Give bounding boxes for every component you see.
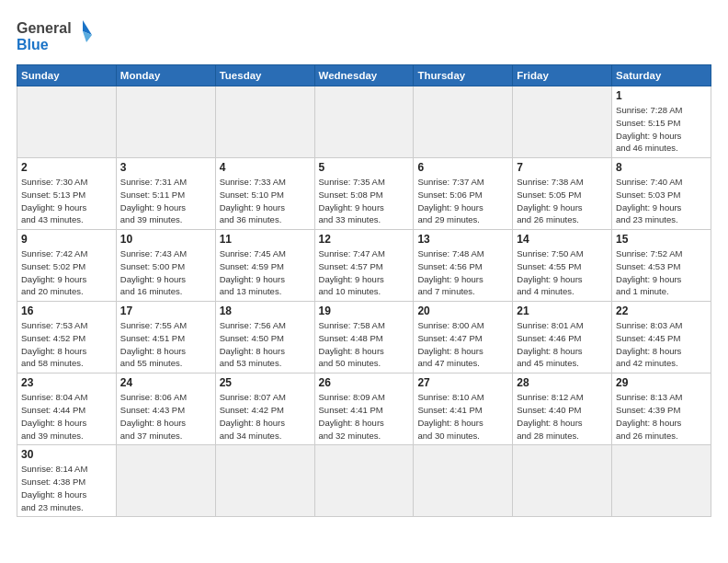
calendar-cell [513,445,612,517]
calendar-cell: 13Sunrise: 7:48 AM Sunset: 4:56 PM Dayli… [414,230,513,302]
calendar-cell: 9Sunrise: 7:42 AM Sunset: 5:02 PM Daylig… [17,230,117,302]
calendar-cell [116,445,215,517]
day-info: Sunrise: 7:55 AM Sunset: 4:51 PM Dayligh… [120,319,211,370]
calendar-cell: 2Sunrise: 7:30 AM Sunset: 5:13 PM Daylig… [17,158,117,230]
calendar-cell [215,86,314,158]
day-header-saturday: Saturday [612,65,711,86]
day-info: Sunrise: 8:07 AM Sunset: 4:42 PM Dayligh… [220,391,311,442]
calendar-cell: 12Sunrise: 7:47 AM Sunset: 4:57 PM Dayli… [314,230,414,302]
day-number: 24 [120,376,211,389]
day-number: 11 [220,233,311,246]
day-number: 16 [21,304,112,317]
day-info: Sunrise: 7:58 AM Sunset: 4:48 PM Dayligh… [319,319,410,370]
calendar-cell: 24Sunrise: 8:06 AM Sunset: 4:43 PM Dayli… [116,373,215,445]
day-info: Sunrise: 8:03 AM Sunset: 4:45 PM Dayligh… [616,319,707,370]
calendar-cell: 23Sunrise: 8:04 AM Sunset: 4:44 PM Dayli… [17,373,117,445]
day-number: 8 [616,161,707,174]
day-number: 6 [417,161,508,174]
svg-text:General: General [17,20,72,36]
day-number: 5 [319,161,410,174]
day-number: 23 [21,376,112,389]
calendar-cell [513,86,612,158]
day-info: Sunrise: 7:42 AM Sunset: 5:02 PM Dayligh… [21,247,112,298]
calendar-table: SundayMondayTuesdayWednesdayThursdayFrid… [17,64,711,517]
day-number: 21 [517,304,608,317]
calendar-cell: 21Sunrise: 8:01 AM Sunset: 4:46 PM Dayli… [513,302,612,373]
calendar-cell: 16Sunrise: 7:53 AM Sunset: 4:52 PM Dayli… [17,302,117,373]
day-info: Sunrise: 7:35 AM Sunset: 5:08 PM Dayligh… [319,176,410,226]
calendar-cell: 25Sunrise: 8:07 AM Sunset: 4:42 PM Dayli… [215,373,314,445]
calendar-cell: 6Sunrise: 7:37 AM Sunset: 5:06 PM Daylig… [414,158,513,230]
day-number: 13 [417,233,508,246]
calendar-cell: 7Sunrise: 7:38 AM Sunset: 5:05 PM Daylig… [513,158,612,230]
day-number: 7 [517,161,608,174]
calendar-cell: 17Sunrise: 7:55 AM Sunset: 4:51 PM Dayli… [116,302,215,373]
day-info: Sunrise: 7:40 AM Sunset: 5:03 PM Dayligh… [616,176,707,226]
calendar-cell [314,86,414,158]
day-number: 30 [21,448,112,461]
calendar-cell: 15Sunrise: 7:52 AM Sunset: 4:53 PM Dayli… [612,230,711,302]
calendar-cell: 19Sunrise: 7:58 AM Sunset: 4:48 PM Dayli… [314,302,414,373]
day-info: Sunrise: 7:56 AM Sunset: 4:50 PM Dayligh… [220,319,311,370]
calendar-cell: 20Sunrise: 8:00 AM Sunset: 4:47 PM Dayli… [414,302,513,373]
day-number: 4 [220,161,311,174]
day-number: 19 [319,304,410,317]
day-info: Sunrise: 7:48 AM Sunset: 4:56 PM Dayligh… [417,247,508,298]
day-info: Sunrise: 7:28 AM Sunset: 5:15 PM Dayligh… [616,104,707,155]
day-number: 12 [319,233,410,246]
generalblue-logo: GeneralBlue [17,17,99,55]
day-number: 2 [21,161,112,174]
day-info: Sunrise: 7:30 AM Sunset: 5:13 PM Dayligh… [21,176,112,226]
day-info: Sunrise: 7:52 AM Sunset: 4:53 PM Dayligh… [616,247,707,298]
calendar-cell: 26Sunrise: 8:09 AM Sunset: 4:41 PM Dayli… [314,373,414,445]
day-number: 27 [417,376,508,389]
calendar-cell: 8Sunrise: 7:40 AM Sunset: 5:03 PM Daylig… [612,158,711,230]
day-number: 22 [616,304,707,317]
day-info: Sunrise: 7:47 AM Sunset: 4:57 PM Dayligh… [319,247,410,298]
calendar-cell: 3Sunrise: 7:31 AM Sunset: 5:11 PM Daylig… [116,158,215,230]
day-header-friday: Friday [513,65,612,86]
day-info: Sunrise: 7:53 AM Sunset: 4:52 PM Dayligh… [21,319,112,370]
day-number: 26 [319,376,410,389]
day-header-monday: Monday [116,65,215,86]
day-info: Sunrise: 7:43 AM Sunset: 5:00 PM Dayligh… [120,247,211,298]
day-info: Sunrise: 7:38 AM Sunset: 5:05 PM Dayligh… [517,176,608,226]
day-number: 9 [21,233,112,246]
day-header-thursday: Thursday [414,65,513,86]
day-header-sunday: Sunday [17,65,117,86]
day-number: 29 [616,376,707,389]
day-header-tuesday: Tuesday [215,65,314,86]
calendar-cell: 4Sunrise: 7:33 AM Sunset: 5:10 PM Daylig… [215,158,314,230]
calendar-cell: 1Sunrise: 7:28 AM Sunset: 5:15 PM Daylig… [612,86,711,158]
day-info: Sunrise: 8:10 AM Sunset: 4:41 PM Dayligh… [417,391,508,442]
day-info: Sunrise: 8:14 AM Sunset: 4:38 PM Dayligh… [21,463,112,513]
calendar-cell [414,445,513,517]
day-info: Sunrise: 7:50 AM Sunset: 4:55 PM Dayligh… [517,247,608,298]
calendar-cell: 18Sunrise: 7:56 AM Sunset: 4:50 PM Dayli… [215,302,314,373]
day-info: Sunrise: 7:45 AM Sunset: 4:59 PM Dayligh… [220,247,311,298]
day-number: 20 [417,304,508,317]
calendar-cell [612,445,711,517]
day-info: Sunrise: 7:33 AM Sunset: 5:10 PM Dayligh… [220,176,311,226]
day-info: Sunrise: 8:13 AM Sunset: 4:39 PM Dayligh… [616,391,707,442]
day-number: 14 [517,233,608,246]
day-info: Sunrise: 8:06 AM Sunset: 4:43 PM Dayligh… [120,391,211,442]
day-number: 1 [616,89,707,102]
logo: GeneralBlue [17,17,99,55]
calendar-cell: 28Sunrise: 8:12 AM Sunset: 4:40 PM Dayli… [513,373,612,445]
day-info: Sunrise: 8:00 AM Sunset: 4:47 PM Dayligh… [417,319,508,370]
calendar-cell [215,445,314,517]
svg-text:Blue: Blue [17,37,49,52]
calendar-cell: 5Sunrise: 7:35 AM Sunset: 5:08 PM Daylig… [314,158,414,230]
day-number: 3 [120,161,211,174]
day-number: 18 [220,304,311,317]
day-info: Sunrise: 8:09 AM Sunset: 4:41 PM Dayligh… [319,391,410,442]
calendar-cell: 30Sunrise: 8:14 AM Sunset: 4:38 PM Dayli… [17,445,117,517]
day-header-wednesday: Wednesday [314,65,414,86]
calendar-cell: 14Sunrise: 7:50 AM Sunset: 4:55 PM Dayli… [513,230,612,302]
calendar-cell: 27Sunrise: 8:10 AM Sunset: 4:41 PM Dayli… [414,373,513,445]
day-number: 10 [120,233,211,246]
calendar-cell: 10Sunrise: 7:43 AM Sunset: 5:00 PM Dayli… [116,230,215,302]
day-info: Sunrise: 7:31 AM Sunset: 5:11 PM Dayligh… [120,176,211,226]
day-number: 15 [616,233,707,246]
